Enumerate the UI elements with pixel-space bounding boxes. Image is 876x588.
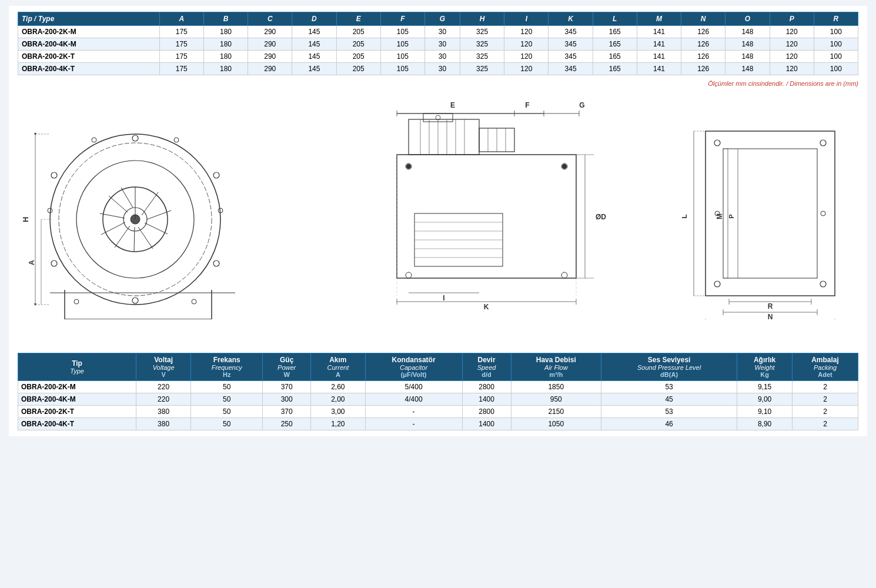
dimensions-note: Ölçümler mm cinsindendir. / Dimensions a… [18,80,858,87]
svg-point-70 [562,164,567,169]
svg-point-2 [132,298,138,303]
svg-line-24 [115,226,130,248]
svg-point-79 [406,272,412,278]
svg-text:R: R [768,302,773,310]
svg-point-80 [561,272,567,278]
svg-line-23 [134,227,135,252]
table-row: OBRA-200-2K-M175180290145205105303251203… [18,26,858,38]
svg-text:A: A [28,260,36,265]
svg-point-5 [51,260,57,266]
svg-point-91 [820,140,826,146]
svg-point-3 [51,172,57,178]
table-row: OBRA-200-4K-M220503002,004/4001400950459… [18,393,858,406]
page-container: Tip / TypeABCDEFGHIKLMNOPR OBRA-200-2K-M… [9,6,867,436]
table-row: OBRA-200-2K-T380503703,00-28002150539,10… [18,406,858,418]
svg-line-26 [100,213,125,218]
svg-point-7 [92,138,96,142]
table-row: OBRA-200-2K-T175180290145205105303251203… [18,51,858,63]
table-row: OBRA-200-4K-T175180290145205105303251203… [18,63,858,75]
svg-rect-89 [706,131,835,296]
svg-text:H: H [21,217,30,222]
blower-side-view: E F G [332,96,614,343]
svg-text:I: I [443,294,444,302]
svg-text:L: L [682,214,688,218]
svg-line-27 [109,196,128,212]
svg-point-95 [821,211,825,216]
svg-rect-96 [723,149,817,278]
svg-point-90 [714,140,720,146]
svg-text:ØD: ØD [596,213,606,221]
svg-rect-64 [397,155,576,278]
svg-text:E: E [450,101,455,109]
blower-front-view: H A B C [18,119,265,319]
svg-point-12 [192,299,196,304]
svg-point-11 [74,299,79,304]
svg-text:N: N [768,313,773,319]
svg-line-19 [142,192,158,215]
drawings-area: H A B C E F [18,93,858,346]
svg-point-1 [132,135,138,141]
svg-line-21 [145,223,168,234]
svg-line-25 [101,222,125,235]
svg-point-4 [213,172,219,178]
performance-table: TipTypeVoltajVoltageVFrekansFrequencyHzG… [18,353,858,430]
table-row: OBRA-200-4K-T380502501,20-14001050468,90… [18,418,858,430]
svg-point-69 [406,164,411,169]
dimensions-table: Tip / TypeABCDEFGHIKLMNOPR OBRA-200-2K-M… [18,12,858,75]
svg-text:K: K [484,303,489,311]
svg-text:F: F [525,101,529,109]
table-row: OBRA-200-2K-M220503702,605/4002800185053… [18,381,858,393]
svg-point-93 [820,281,826,287]
svg-text:P: P [728,214,735,218]
svg-line-22 [138,227,153,249]
svg-point-6 [213,260,219,266]
svg-line-28 [121,188,133,208]
svg-point-8 [174,138,179,142]
svg-text:M: M [715,213,724,219]
svg-text:G: G [579,101,584,109]
table-row: OBRA-200-4K-M175180290145205105303251203… [18,38,858,51]
svg-point-92 [714,281,720,287]
blower-flange-view: L M P R N O [682,119,858,319]
svg-rect-51 [409,119,479,155]
